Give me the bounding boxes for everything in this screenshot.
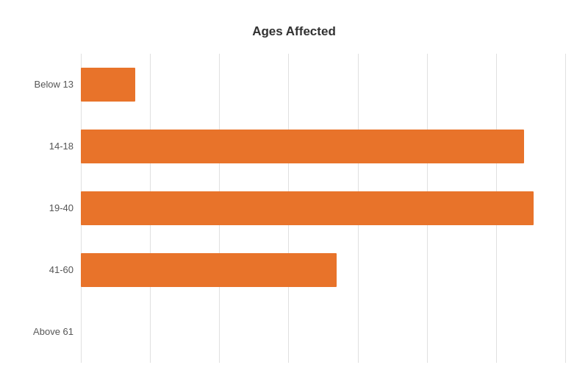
bar-row: [81, 239, 566, 301]
y-label: Below 13: [22, 54, 74, 116]
bar-row: [81, 54, 566, 116]
y-axis-labels: Below 1314-1819-4041-60Above 61: [22, 54, 81, 363]
y-label: 14-18: [22, 116, 74, 177]
bar-row: [81, 301, 566, 363]
chart-area: Below 1314-1819-4041-60Above 61: [22, 54, 566, 363]
bar: [81, 68, 135, 102]
bar: [81, 130, 524, 163]
bar-row: [81, 116, 566, 177]
bars-and-grid: [81, 54, 566, 363]
y-label: 19-40: [22, 177, 74, 239]
y-label: 41-60: [22, 239, 74, 301]
chart-container: Ages Affected Below 1314-1819-4041-60Abo…: [7, 10, 581, 370]
chart-title: Ages Affected: [22, 24, 566, 39]
bar: [81, 191, 534, 225]
bar: [81, 253, 337, 287]
bar-row: [81, 177, 566, 239]
y-label: Above 61: [22, 301, 74, 363]
